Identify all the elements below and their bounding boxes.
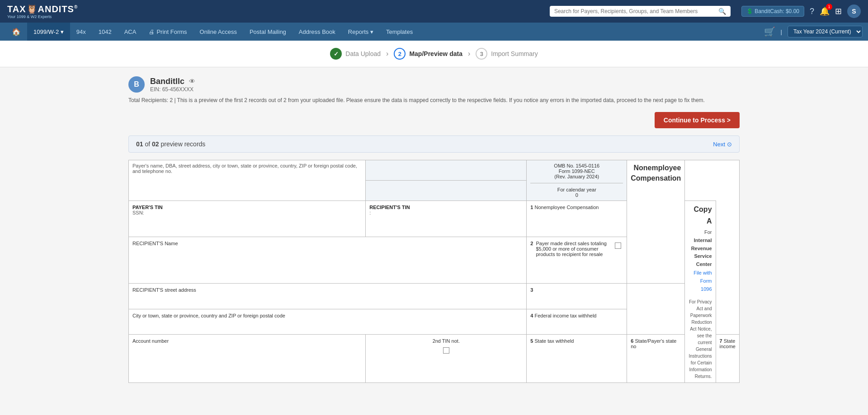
sidebar-item-1042[interactable]: 1042	[92, 23, 118, 41]
apps-icon[interactable]: ⊞	[835, 6, 842, 16]
step-2-label: Map/Preview data	[409, 50, 462, 57]
payer-tin-cell: PAYER'S TIN SSN:	[129, 201, 366, 237]
action-row: Continue to Process >	[128, 112, 740, 128]
secondary-nav: 🏠 1099/W-2 ▾ 94x 1042 ACA 🖨 Print Forms …	[0, 23, 868, 41]
search-bar[interactable]: 🔍	[550, 6, 731, 17]
step-3: 3 Import Summary	[476, 48, 538, 60]
search-icon: 🔍	[718, 8, 726, 15]
box7-cell: 7 State income	[716, 335, 739, 383]
step-3-label: Import Summary	[491, 50, 538, 57]
copy-a-cell: Copy A For Internal Revenue Service Cent…	[685, 201, 716, 383]
sidebar-item-label: Online Access	[200, 28, 237, 35]
step-1-label: Data Upload	[345, 50, 381, 57]
cart-icon[interactable]: 🛒	[764, 26, 775, 37]
sidebar-item-label: 1042	[99, 28, 112, 35]
box4-cell: 4 Federal income tax withheld	[527, 309, 627, 334]
nav-actions: 💲 BanditCash: $0.00 ? 🔔 1 ⊞ S	[741, 5, 861, 18]
info-bar: Total Recipients: 2 | This is a preview …	[128, 96, 740, 105]
payer-address-cell: Payer's name, DBA, street address, city …	[129, 160, 366, 201]
payer-avatar: B	[128, 76, 145, 93]
sidebar-item-label: Templates	[386, 28, 413, 35]
step-3-num: 3	[476, 48, 487, 60]
recipient-name-cell: RECIPIENT'S Name	[129, 237, 527, 283]
sidebar-item-94x[interactable]: 94x	[70, 23, 92, 41]
sidebar-item-label: ACA	[124, 28, 137, 35]
tin2-cell: 2nd TIN not.	[366, 335, 527, 383]
sidebar-item-label: 1099/W-2 ▾	[33, 28, 64, 35]
tin2-checkbox[interactable]	[369, 345, 523, 355]
steps-bar: ✓ Data Upload › 2 Map/Preview data › 3 I…	[0, 41, 868, 67]
box2-cell: 2 Payer made direct sales totaling $5,00…	[527, 237, 627, 283]
step-arrow-2: ›	[468, 50, 470, 58]
search-input[interactable]	[554, 8, 716, 14]
sidebar-item-label: 94x	[76, 28, 86, 35]
form-middle-top	[366, 160, 527, 181]
sidebar-item-label: Address Book	[299, 28, 335, 35]
payer-info: B Banditllc 👁 EIN: 65-456XXXX	[128, 76, 740, 93]
sidebar-item-aca[interactable]: ACA	[118, 23, 143, 41]
year-select[interactable]: Tax Year 2024 (Current)	[788, 26, 863, 37]
box3-cell: 3	[527, 284, 627, 309]
user-avatar[interactable]: S	[847, 5, 861, 18]
chevron-right-icon: ⊙	[727, 141, 732, 148]
nav-right: 🛒 | Tax Year 2024 (Current)	[764, 26, 863, 37]
box1-cell: 1 Nonemployee Compensation	[527, 201, 627, 237]
payer-ein: EIN: 65-456XXXX	[150, 86, 195, 93]
main-content: B Banditllc 👁 EIN: 65-456XXXX Total Reci…	[118, 67, 750, 392]
form-omb-cell: OMB No. 1545-0116 Form 1099-NEC (Rev. Ja…	[527, 160, 627, 201]
step-2: 2 Map/Preview data	[394, 48, 462, 60]
sidebar-item-home[interactable]: 🏠	[5, 23, 27, 41]
top-nav: TAX🦉ANDITS® Your 1099 & W2 Experts 🔍 💲 B…	[0, 0, 868, 23]
payer-details: Banditllc 👁 EIN: 65-456XXXX	[150, 77, 195, 93]
preview-bar: 01 of 02 preview records Next ⊙	[128, 135, 740, 153]
file-with-1096-link[interactable]: File with Form 1096	[689, 269, 712, 293]
recipient-tin-cell: RECIPIENT'S TIN :	[366, 201, 527, 237]
sidebar-item-postal-mailing[interactable]: Postal Mailing	[243, 23, 292, 41]
continue-to-process-button[interactable]: Continue to Process >	[655, 112, 740, 128]
sidebar-item-reports[interactable]: Reports ▾	[342, 23, 380, 41]
box5-cell: 5 State tax withheld	[527, 335, 627, 383]
sidebar-item-label: Print Forms	[156, 28, 187, 35]
print-icon: 🖨	[149, 28, 155, 35]
account-cell: Account number	[129, 335, 366, 383]
recipient-address-cell: RECIPIENT'S street address	[129, 284, 527, 309]
box2-checkbox[interactable]	[613, 241, 623, 251]
step-2-num: 2	[394, 48, 406, 60]
help-icon[interactable]: ?	[810, 7, 814, 16]
sidebar-item-label: Reports ▾	[348, 28, 373, 35]
sidebar-item-1099w2[interactable]: 1099/W-2 ▾	[27, 23, 70, 41]
payer-name: Banditllc	[150, 77, 184, 86]
box6-cell: 6 State/Payer's state no	[627, 335, 685, 383]
sidebar-item-label: Postal Mailing	[250, 28, 286, 35]
bandit-cash-button[interactable]: 💲 BanditCash: $0.00	[741, 6, 804, 17]
notifications-icon[interactable]: 🔔 1	[820, 6, 830, 16]
form-middle-bottom	[366, 181, 527, 201]
step-1: ✓ Data Upload	[330, 48, 381, 60]
sidebar-item-print-forms[interactable]: 🖨 Print Forms	[142, 23, 193, 41]
sidebar-item-templates[interactable]: Templates	[380, 23, 419, 41]
city-cell: City or town, state or province, country…	[129, 309, 527, 334]
form-table: Payer's name, DBA, street address, city …	[128, 160, 740, 383]
preview-counter: 01 of 02 preview records	[136, 140, 205, 148]
step-arrow-1: ›	[386, 50, 388, 58]
eye-icon[interactable]: 👁	[189, 78, 195, 85]
logo: TAX🦉ANDITS® Your 1099 & W2 Experts	[7, 4, 78, 19]
next-link[interactable]: Next ⊙	[713, 141, 732, 148]
notification-badge: 1	[826, 4, 832, 10]
sidebar-item-online-access[interactable]: Online Access	[193, 23, 243, 41]
sidebar-item-address-book[interactable]: Address Book	[292, 23, 342, 41]
step-1-num: ✓	[330, 48, 342, 60]
home-icon: 🏠	[12, 28, 21, 36]
nonemployee-cell: Nonemployee Compensation	[627, 160, 685, 284]
